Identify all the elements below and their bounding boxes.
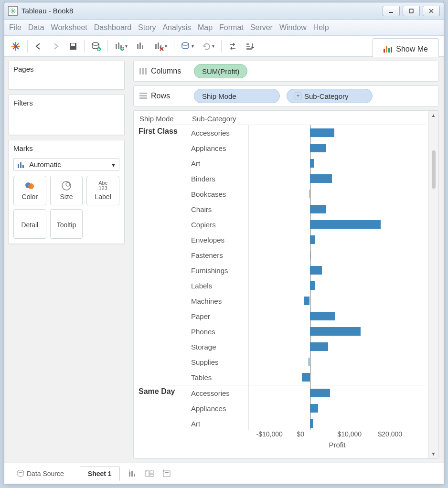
filters-shelf[interactable]: Filters	[8, 95, 125, 135]
header-ship-mode: Ship Mode	[139, 115, 192, 123]
duplicate-sheet-button[interactable]	[134, 40, 148, 53]
size-icon	[61, 180, 72, 191]
menu-analysis[interactable]: Analysis	[162, 23, 191, 32]
marks-color-button[interactable]: Color	[13, 176, 46, 205]
bar[interactable]	[310, 235, 315, 244]
menu-map[interactable]: Map	[198, 23, 213, 32]
mark-type-dropdown[interactable]: Automatic ▾	[13, 158, 119, 171]
svg-rect-44	[142, 68, 144, 74]
minimize-button[interactable]	[383, 6, 400, 16]
clear-sheet-button[interactable]: ▾	[152, 40, 169, 53]
new-story-tab-button[interactable]: +	[162, 469, 171, 478]
marks-label-button[interactable]: Abc123 Label	[86, 176, 119, 205]
row-label: Accessories	[191, 125, 248, 140]
menu-window[interactable]: Window	[279, 23, 307, 32]
row-label: Chairs	[191, 202, 248, 217]
scroll-up-icon[interactable]: ▲	[431, 113, 436, 118]
pill-sub-category[interactable]: +Sub-Category	[287, 89, 373, 103]
menu-data[interactable]: Data	[28, 23, 44, 32]
columns-shelf[interactable]: Columns SUM(Profit)	[133, 61, 439, 82]
axis-tick: $20,000	[378, 430, 403, 438]
bar[interactable]	[310, 312, 335, 320]
svg-rect-37	[20, 162, 21, 168]
titlebar[interactable]: Tableau - Book8	[4, 2, 444, 20]
run-update-button[interactable]: ▾	[201, 40, 216, 53]
sort-button[interactable]	[244, 40, 256, 53]
axis-title: Profit	[248, 441, 426, 449]
pages-shelf[interactable]: Pages	[8, 61, 125, 90]
menu-server[interactable]: Server	[250, 23, 273, 32]
bar[interactable]	[310, 327, 361, 336]
rows-shelf[interactable]: Rows Ship Mode +Sub-Category	[133, 85, 439, 106]
bar[interactable]	[310, 281, 315, 290]
bar[interactable]	[309, 190, 310, 198]
header-sub-category: Sub-Category	[192, 115, 249, 123]
svg-rect-18	[116, 44, 117, 49]
marks-size-button[interactable]: Size	[50, 176, 83, 205]
menu-format[interactable]: Format	[219, 23, 244, 32]
svg-rect-19	[118, 42, 119, 49]
menu-story[interactable]: Story	[138, 23, 156, 32]
menu-dashboard[interactable]: Dashboard	[94, 23, 131, 32]
vertical-scrollbar[interactable]: ▲ ▼	[428, 111, 438, 458]
marks-detail-button[interactable]: Detail	[13, 209, 46, 239]
axis-tick: $0	[297, 430, 305, 438]
pill-ship-mode[interactable]: Ship Mode	[194, 89, 280, 103]
bar[interactable]	[310, 389, 331, 397]
new-worksheet-tab-button[interactable]: +	[128, 469, 137, 478]
new-data-source-button[interactable]	[89, 40, 103, 53]
bar[interactable]	[310, 128, 334, 137]
bar[interactable]	[310, 205, 326, 213]
new-worksheet-button[interactable]: ▾	[113, 40, 129, 53]
sheet-tab[interactable]: Sheet 1	[80, 467, 120, 481]
maximize-button[interactable]	[403, 6, 420, 16]
bar[interactable]	[310, 159, 314, 168]
bar[interactable]	[302, 373, 310, 382]
save-button[interactable]	[67, 40, 79, 53]
expand-icon: +	[295, 93, 301, 99]
show-me-button[interactable]: Show Me	[373, 38, 439, 57]
svg-point-14	[92, 42, 99, 45]
svg-rect-47	[139, 95, 147, 96]
auto-update-button[interactable]: ▾	[179, 40, 196, 53]
chevron-down-icon: ▾	[212, 43, 214, 49]
close-button[interactable]	[423, 6, 440, 16]
marks-tooltip-button[interactable]: Tooltip	[50, 209, 83, 239]
pill-sum-profit[interactable]: SUM(Profit)	[194, 64, 247, 78]
marks-card: Marks Automatic ▾ Color	[8, 140, 125, 244]
menu-help[interactable]: Help	[313, 23, 329, 32]
svg-rect-43	[139, 68, 141, 74]
bar[interactable]	[310, 404, 318, 413]
bar[interactable]	[310, 220, 381, 229]
new-dashboard-tab-button[interactable]: +	[145, 469, 154, 478]
separator	[84, 40, 85, 53]
bar[interactable]	[310, 174, 332, 183]
bar[interactable]	[310, 266, 322, 275]
menubar: FileDataWorksheetDashboardStoryAnalysisM…	[4, 20, 444, 36]
svg-text:+: +	[162, 469, 165, 474]
svg-rect-38	[22, 165, 24, 168]
chevron-down-icon: ▾	[165, 43, 167, 49]
menu-file[interactable]: File	[9, 23, 21, 32]
bar[interactable]	[310, 251, 311, 259]
scroll-down-icon[interactable]: ▼	[431, 451, 436, 456]
bar[interactable]	[310, 342, 328, 351]
row-label: Phones	[191, 324, 248, 339]
redo-button[interactable]	[50, 40, 62, 53]
rows-label: Rows	[151, 92, 170, 100]
bar[interactable]	[309, 358, 310, 366]
row-label: Furnishings	[191, 263, 248, 278]
data-source-tab[interactable]: Data Source	[9, 467, 72, 481]
bar[interactable]	[310, 144, 326, 152]
group-label: Same Day	[139, 385, 191, 430]
tableau-logo-button[interactable]	[9, 40, 22, 53]
swap-button[interactable]	[226, 40, 239, 53]
bar[interactable]	[304, 297, 310, 305]
bar[interactable]	[310, 419, 313, 428]
scrollbar-thumb[interactable]	[432, 150, 436, 189]
row-label: Machines	[191, 293, 248, 308]
svg-rect-24	[137, 44, 139, 49]
tableau-icon	[8, 6, 18, 16]
undo-button[interactable]	[32, 40, 45, 53]
menu-worksheet[interactable]: Worksheet	[51, 23, 87, 32]
